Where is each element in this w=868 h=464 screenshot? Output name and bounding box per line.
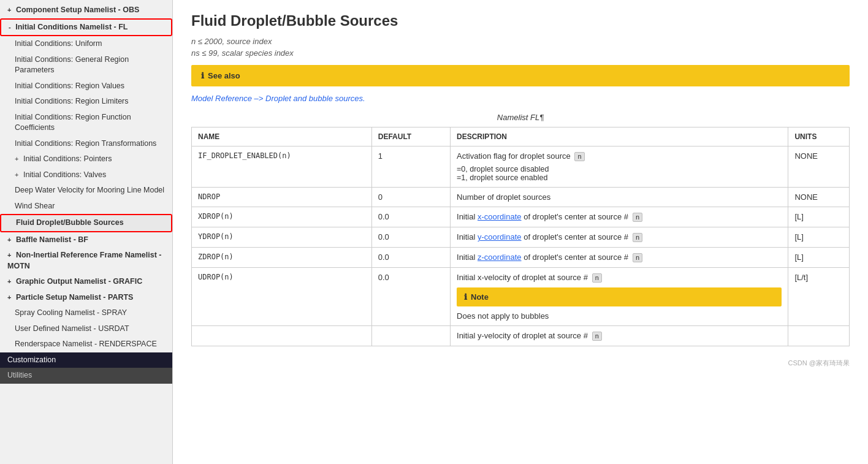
expand-pointers-icon: + bbox=[15, 155, 18, 162]
cell-default: 1 bbox=[371, 146, 450, 188]
sidebar-item-non-inertial[interactable]: + Non-Inertial Reference Frame Namelist … bbox=[0, 248, 172, 274]
badge: n bbox=[592, 273, 603, 283]
sidebar-item-initial-region-transform[interactable]: Initial Conditions: Region Transformatio… bbox=[0, 136, 172, 152]
cell-units: [L] bbox=[788, 227, 850, 248]
table-row: IF_DROPLET_ENABLED(n)1Activation flag fo… bbox=[192, 146, 850, 188]
main-content: Fluid Droplet/Bubble Sources n ≤ 2000, s… bbox=[173, 0, 868, 464]
subtitle1: n ≤ 2000, source index bbox=[191, 37, 850, 46]
badge: n bbox=[592, 332, 603, 341]
cell-name: YDROP(n) bbox=[192, 227, 372, 248]
cell-default: 0.0 bbox=[371, 248, 450, 268]
cell-default bbox=[371, 326, 450, 346]
expand-icon-minus: - bbox=[9, 23, 11, 31]
table-row: UDROP(n)0.0Initial x-velocity of droplet… bbox=[192, 268, 850, 326]
note-info-icon: ℹ bbox=[464, 292, 467, 302]
cell-units: NONE bbox=[788, 188, 850, 207]
see-also-label: See also bbox=[208, 71, 240, 80]
note-label: Note bbox=[471, 292, 489, 302]
sidebar-item-initial-region-values[interactable]: Initial Conditions: Region Values bbox=[0, 78, 172, 94]
cell-name: XDROP(n) bbox=[192, 207, 372, 227]
cell-name bbox=[192, 326, 372, 346]
sidebar-item-customization[interactable]: Customization bbox=[0, 352, 172, 368]
note-text: Does not apply to bubbles bbox=[457, 311, 782, 321]
sidebar-item-component-obs[interactable]: + Component Setup Namelist - OBS bbox=[0, 2, 172, 18]
expand-icon: + bbox=[7, 6, 11, 13]
cell-default: 0 bbox=[371, 188, 450, 207]
sidebar-item-particle[interactable]: + Particle Setup Namelist - PARTS bbox=[0, 290, 172, 306]
sidebar-item-renderspace[interactable]: Renderspace Namelist - RENDERSPACE bbox=[0, 337, 172, 352]
cell-default: 0.0 bbox=[371, 268, 450, 326]
cell-description: Initial x-velocity of droplet at source … bbox=[451, 268, 788, 326]
sidebar-item-fluid-droplet[interactable]: Fluid Droplet/Bubble Sources bbox=[0, 214, 172, 232]
see-also-box: ℹ See also bbox=[191, 65, 850, 86]
namelist-label: Namelist FL¶ bbox=[191, 113, 850, 122]
cell-units: NONE bbox=[788, 146, 850, 188]
table-row: XDROP(n)0.0Initial x-coordinate of dropl… bbox=[192, 207, 850, 227]
sub-line: =0, droplet source disabled bbox=[457, 165, 782, 173]
desc-link[interactable]: y-coordinate bbox=[478, 232, 522, 242]
cell-name: ZDROP(n) bbox=[192, 248, 372, 268]
note-box: ℹNote bbox=[457, 287, 782, 306]
cell-name: UDROP(n) bbox=[192, 268, 372, 326]
badge: n bbox=[633, 253, 643, 262]
data-table: NAME DEFAULT DESCRIPTION UNITS IF_DROPLE… bbox=[191, 127, 850, 346]
sidebar-item-user-defined[interactable]: User Defined Namelist - USRDAT bbox=[0, 321, 172, 337]
info-icon: ℹ bbox=[201, 71, 204, 80]
sidebar-item-initial-pointers[interactable]: + Initial Conditions: Pointers bbox=[0, 151, 172, 167]
expand-particle-icon: + bbox=[7, 294, 11, 301]
sidebar-item-initial-fl[interactable]: - Initial Conditions Namelist - FL bbox=[0, 18, 172, 37]
cell-units: [L/t] bbox=[788, 268, 850, 326]
cell-default: 0.0 bbox=[371, 207, 450, 227]
subtitle2: ns ≤ 99, scalar species index bbox=[191, 48, 850, 58]
cell-default: 0.0 bbox=[371, 227, 450, 248]
sidebar-item-initial-region-function[interactable]: Initial Conditions: Region Function Coef… bbox=[0, 110, 172, 136]
col-header-description: DESCRIPTION bbox=[451, 127, 788, 146]
sidebar-item-initial-general[interactable]: Initial Conditions: General Region Param… bbox=[0, 52, 172, 78]
table-row: Initial y-velocity of droplet at source … bbox=[192, 326, 850, 346]
badge: n bbox=[574, 152, 585, 161]
col-header-name: NAME bbox=[192, 127, 372, 146]
cell-units: [L] bbox=[788, 248, 850, 268]
page-title: Fluid Droplet/Bubble Sources bbox=[191, 12, 850, 29]
sidebar: + Component Setup Namelist - OBS - Initi… bbox=[0, 0, 173, 464]
cell-name: NDROP bbox=[192, 188, 372, 207]
cell-description: Initial y-velocity of droplet at source … bbox=[451, 326, 788, 346]
model-ref-link[interactable]: Model Reference –> Droplet and bubble so… bbox=[191, 94, 850, 103]
table-row: ZDROP(n)0.0Initial z-coordinate of dropl… bbox=[192, 248, 850, 268]
table-row: NDROP0Number of droplet sourcesNONE bbox=[192, 188, 850, 207]
sidebar-item-baffle[interactable]: + Baffle Namelist - BF bbox=[0, 232, 172, 248]
desc-link[interactable]: z-coordinate bbox=[478, 253, 522, 262]
desc-link[interactable]: x-coordinate bbox=[478, 212, 522, 221]
sidebar-item-utilities[interactable]: Utilities bbox=[0, 368, 172, 384]
badge: n bbox=[633, 233, 643, 242]
col-header-units: UNITS bbox=[788, 127, 850, 146]
expand-baffle-icon: + bbox=[7, 236, 11, 243]
sidebar-item-initial-uniform[interactable]: Initial Conditions: Uniform bbox=[0, 36, 172, 52]
sub-line: =1, droplet source enabled bbox=[457, 173, 782, 182]
sidebar-item-deep-water[interactable]: Deep Water Velocity for Mooring Line Mod… bbox=[0, 183, 172, 199]
cell-description: Initial x-coordinate of droplet's center… bbox=[451, 207, 788, 227]
sidebar-item-wind-shear[interactable]: Wind Shear bbox=[0, 199, 172, 215]
sidebar-item-spray[interactable]: Spray Cooling Namelist - SPRAY bbox=[0, 305, 172, 321]
cell-description: Number of droplet sources bbox=[451, 188, 788, 207]
watermark: CSDN @家有琦琦果 bbox=[191, 359, 850, 368]
cell-description: Initial y-coordinate of droplet's center… bbox=[451, 227, 788, 248]
cell-name: IF_DROPLET_ENABLED(n) bbox=[192, 146, 372, 188]
cell-units bbox=[788, 326, 850, 346]
badge: n bbox=[633, 213, 643, 222]
expand-graphic-icon: + bbox=[7, 278, 11, 285]
cell-units: [L] bbox=[788, 207, 850, 227]
expand-valves-icon: + bbox=[15, 171, 18, 178]
sidebar-item-graphic[interactable]: + Graphic Output Namelist - GRAFIC bbox=[0, 274, 172, 290]
col-header-default: DEFAULT bbox=[371, 127, 450, 146]
expand-noninertial-icon: + bbox=[7, 251, 11, 259]
cell-description: Initial z-coordinate of droplet's center… bbox=[451, 248, 788, 268]
sidebar-item-initial-valves[interactable]: + Initial Conditions: Valves bbox=[0, 167, 172, 183]
table-row: YDROP(n)0.0Initial y-coordinate of dropl… bbox=[192, 227, 850, 248]
cell-description: Activation flag for droplet source n=0, … bbox=[451, 146, 788, 188]
sidebar-item-initial-region-limiters[interactable]: Initial Conditions: Region Limiters bbox=[0, 94, 172, 110]
